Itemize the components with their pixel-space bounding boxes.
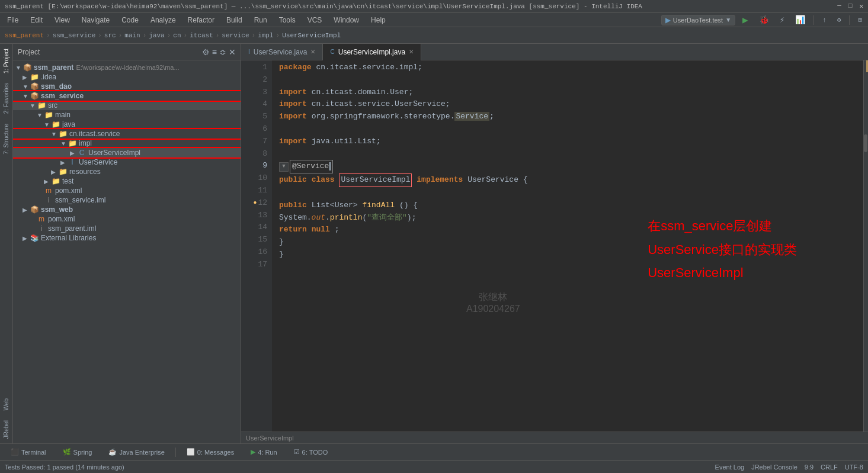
expand-arrow[interactable]: ▼ bbox=[51, 131, 58, 137]
tree-ssm-web[interactable]: ▶ 📦 ssm_web bbox=[13, 205, 241, 214]
crumb-ssm-parent[interactable]: ssm_parent bbox=[5, 32, 44, 39]
crumb-userserviceimpl[interactable]: UserServiceImpl bbox=[282, 32, 341, 39]
expand-icon[interactable]: ≡ bbox=[212, 47, 217, 57]
menu-view[interactable]: View bbox=[50, 15, 75, 25]
crumb-ssm-service[interactable]: ssm_service bbox=[53, 32, 96, 39]
menu-code[interactable]: Code bbox=[117, 15, 143, 25]
tree-ssm-service[interactable]: ▼ 📦 ssm_service bbox=[13, 91, 241, 101]
folding-icon[interactable]: ▼ bbox=[279, 162, 289, 172]
profile-btn[interactable]: 📊 bbox=[792, 14, 809, 25]
menu-build[interactable]: Build bbox=[222, 15, 247, 25]
tree-userservice[interactable]: ▶ I UserService bbox=[13, 157, 241, 167]
tree-cn-itcast-service[interactable]: ▼ 📁 cn.itcast.service bbox=[13, 129, 241, 139]
menu-tools[interactable]: Tools bbox=[274, 15, 300, 25]
btn-run[interactable]: ▶ 4: Run bbox=[245, 447, 283, 457]
maximize-btn[interactable]: □ bbox=[848, 2, 853, 10]
minimize-btn[interactable]: ─ bbox=[837, 2, 841, 10]
tree-main[interactable]: ▼ 📁 main bbox=[13, 110, 241, 120]
tree-label: java bbox=[62, 120, 75, 128]
btn-terminal[interactable]: ⬛ Terminal bbox=[5, 447, 52, 457]
crumb-itcast[interactable]: itcast bbox=[190, 32, 213, 39]
close-btn[interactable]: ✕ bbox=[859, 2, 863, 10]
event-log-btn[interactable]: Event Log bbox=[715, 464, 745, 471]
expand-arrow[interactable]: ▼ bbox=[15, 65, 23, 71]
sidebar-tab-project[interactable]: 1: Project bbox=[1, 44, 11, 78]
expand-arrow[interactable]: ▶ bbox=[60, 159, 68, 166]
tree-impl[interactable]: ▼ 📁 impl bbox=[13, 139, 241, 148]
tree-java[interactable]: ▼ 📁 java bbox=[13, 120, 241, 129]
crumb-cn[interactable]: cn bbox=[173, 32, 181, 39]
code-content[interactable]: package cn.itcast.service.impl; import c… bbox=[272, 60, 863, 432]
close-panel-icon[interactable]: ✕ bbox=[229, 47, 236, 57]
settings-btn[interactable]: ⚙ bbox=[834, 15, 845, 24]
debug-btn[interactable]: 🐞 bbox=[755, 14, 773, 25]
menu-help[interactable]: Help bbox=[366, 15, 390, 25]
left-sidebar-tabs: 1: Project 2: Favorites 7: Structure Web… bbox=[0, 44, 13, 443]
menu-file[interactable]: File bbox=[2, 15, 23, 25]
tree-label: ssm_web bbox=[41, 205, 73, 214]
btn-spring[interactable]: 🌿 Spring bbox=[57, 447, 98, 457]
crumb-src[interactable]: src bbox=[104, 32, 116, 39]
tab-userservice[interactable]: I UserService.java ✕ bbox=[241, 44, 323, 60]
editor-scrollbar[interactable] bbox=[863, 60, 868, 432]
sidebar-tab-jrebel[interactable]: JRebel bbox=[1, 416, 11, 443]
tab-userserviceimpl[interactable]: C UserServiceImpl.java ✕ bbox=[323, 44, 421, 60]
menu-navigate[interactable]: Navigate bbox=[77, 15, 114, 25]
tree-test[interactable]: ▶ 📁 test bbox=[13, 176, 241, 186]
menu-refactor[interactable]: Refactor bbox=[183, 15, 219, 25]
class-icon: C bbox=[77, 149, 87, 157]
menu-window[interactable]: Window bbox=[329, 15, 364, 25]
menu-vcs[interactable]: VCS bbox=[303, 15, 327, 25]
expand-arrow[interactable]: ▶ bbox=[23, 207, 30, 213]
tree-ssm-parent[interactable]: ▼ 📦 ssm_parent E:\workspace\w-idea\heima… bbox=[13, 63, 241, 72]
update-btn[interactable]: ↑ bbox=[819, 16, 830, 24]
tab-close-btn[interactable]: ✕ bbox=[409, 49, 414, 55]
jrebel-console-btn[interactable]: JRebel Console bbox=[751, 464, 797, 471]
expand-arrow[interactable]: ▼ bbox=[60, 140, 68, 147]
tree-external-libraries[interactable]: ▶ 📚 External Libraries bbox=[13, 233, 241, 243]
expand-arrow[interactable]: ▼ bbox=[44, 121, 51, 128]
tree-ssm-service-iml[interactable]: i ssm_service.iml bbox=[13, 195, 241, 205]
run-config-selector[interactable]: ▶ UserDaoTest.test ▼ bbox=[661, 15, 735, 25]
menu-run[interactable]: Run bbox=[249, 15, 272, 25]
gear-icon[interactable]: ⚙ bbox=[202, 47, 210, 57]
coverage-btn[interactable]: ⚡ bbox=[776, 14, 788, 25]
tree-src[interactable]: ▼ 📁 src bbox=[13, 101, 241, 110]
menu-analyze[interactable]: Analyze bbox=[146, 15, 181, 25]
expand-arrow[interactable]: ▶ bbox=[51, 169, 58, 175]
expand-arrow[interactable]: ▶ bbox=[23, 74, 30, 81]
btn-java-enterprise[interactable]: ☕ Java Enterprise bbox=[103, 447, 170, 457]
line-ending[interactable]: CRLF bbox=[821, 464, 838, 471]
expand-arrow[interactable]: ▼ bbox=[23, 93, 30, 99]
java-enterprise-icon: ☕ bbox=[108, 448, 117, 456]
crumb-service[interactable]: service bbox=[222, 32, 249, 39]
tree-ssm-parent-iml[interactable]: i ssm_parent.iml bbox=[13, 224, 241, 233]
tree-resources[interactable]: ▶ 📁 resources bbox=[13, 167, 241, 176]
sidebar-tab-structure[interactable]: 7: Structure bbox=[1, 119, 11, 159]
encoding[interactable]: UTF-8 bbox=[845, 464, 863, 471]
sidebar-tab-web[interactable]: Web bbox=[1, 394, 11, 415]
crumb-java[interactable]: java bbox=[149, 32, 164, 39]
tab-close-btn[interactable]: ✕ bbox=[310, 49, 315, 55]
btn-todo[interactable]: ☑ 6: TODO bbox=[288, 447, 334, 457]
menu-edit[interactable]: Edit bbox=[25, 15, 47, 25]
crumb-main[interactable]: main bbox=[124, 32, 140, 39]
tree-userserviceimpl[interactable]: ▶ C UserServiceImpl bbox=[13, 148, 241, 157]
tree-ssm-dao[interactable]: ▼ 📦 ssm_dao bbox=[13, 82, 241, 91]
expand-arrow[interactable]: ▶ bbox=[70, 150, 77, 156]
expand-arrow[interactable]: ▼ bbox=[37, 112, 44, 118]
expand-arrow[interactable]: ▼ bbox=[23, 83, 30, 90]
tree-pom-root[interactable]: m pom.xml bbox=[13, 214, 241, 224]
btn-messages[interactable]: ⬜ 0: Messages bbox=[181, 447, 240, 457]
tree-idea[interactable]: ▶ 📁 .idea bbox=[13, 72, 241, 82]
interface-tab-icon: I bbox=[248, 49, 250, 55]
run-btn[interactable]: ▶ bbox=[739, 14, 752, 27]
tree-pom-ssm-service[interactable]: m pom.xml bbox=[13, 186, 241, 195]
settings-icon[interactable]: ≎ bbox=[219, 47, 226, 57]
sidebar-tab-favorites[interactable]: 2: Favorites bbox=[1, 78, 11, 118]
expand-arrow[interactable]: ▶ bbox=[23, 235, 30, 242]
layout-btn[interactable]: ⊞ bbox=[854, 15, 866, 24]
expand-arrow[interactable]: ▶ bbox=[44, 178, 51, 185]
crumb-impl[interactable]: impl bbox=[258, 32, 273, 39]
expand-arrow[interactable]: ▼ bbox=[30, 102, 37, 109]
